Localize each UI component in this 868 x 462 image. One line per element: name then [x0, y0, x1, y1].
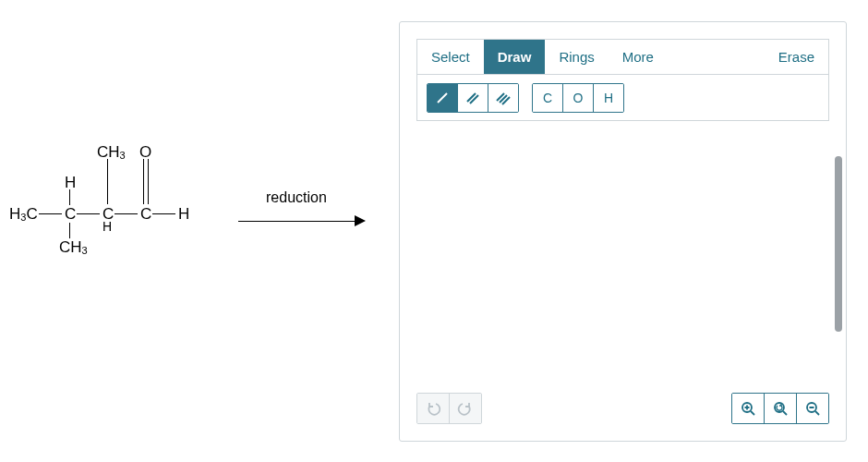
atom-tool-C[interactable]: C: [533, 84, 562, 112]
spacer: [668, 40, 765, 74]
atom-tool-H[interactable]: H: [593, 84, 623, 112]
editor-bottom-bar: [416, 393, 829, 424]
atom-c3-right-H: H: [178, 205, 189, 224]
atom-c3: C: [140, 205, 151, 224]
toolbar-tools-row: C O H: [417, 75, 828, 120]
svg-line-11: [783, 411, 787, 415]
zoom-in-icon: [740, 400, 756, 417]
atom-tool-group: C O H: [532, 83, 624, 113]
tab-rings[interactable]: Rings: [545, 40, 608, 74]
tab-draw[interactable]: Draw: [484, 40, 546, 74]
triple-bond-tool[interactable]: [488, 84, 518, 112]
bond: [77, 213, 100, 214]
vertical-scrollbar[interactable]: [835, 156, 842, 332]
redo-icon: [457, 400, 474, 417]
bond: [39, 213, 62, 214]
bond: [107, 159, 108, 204]
atom-label: CH3: [59, 238, 88, 256]
structure-editor: Select Draw Rings More Erase: [399, 21, 847, 442]
double-bond: [143, 159, 144, 204]
bond: [115, 213, 138, 214]
atom-c2-top-CH3: CH3: [97, 143, 126, 162]
atom-label: H3C: [9, 205, 38, 223]
tab-erase[interactable]: Erase: [765, 40, 828, 74]
history-group: [416, 393, 482, 424]
reaction-arrow: reduction: [238, 208, 372, 236]
zoom-out-button[interactable]: [796, 394, 828, 423]
svg-line-7: [751, 411, 754, 415]
atom-c3-top-O: O: [139, 143, 151, 162]
atom-label: CH3: [97, 143, 126, 161]
toolbar-mode-row: Select Draw Rings More Erase: [417, 40, 828, 75]
zoom-out-icon: [804, 400, 821, 417]
single-bond-tool[interactable]: [428, 84, 457, 112]
single-bond-icon: [434, 90, 451, 106]
double-bond: [148, 159, 149, 204]
reaction-label: reduction: [266, 189, 327, 206]
zoom-in-button[interactable]: [732, 394, 764, 423]
chemistry-reaction-canvas: H3C C H CH3 C CH3 H C O H reduction: [0, 0, 868, 462]
atom-c2-bot-H: H: [102, 219, 112, 234]
triple-bond-icon: [495, 90, 512, 106]
redo-button[interactable]: [449, 394, 481, 423]
svg-line-13: [815, 411, 819, 415]
atom-c1-bot-CH3: CH3: [59, 238, 88, 257]
atom-h3c-left: H3C: [9, 205, 38, 224]
tab-select[interactable]: Select: [417, 40, 484, 74]
zoom-reset-icon: [772, 400, 789, 417]
undo-button[interactable]: [417, 394, 449, 423]
arrow-line: [238, 221, 356, 222]
editor-toolbar: Select Draw Rings More Erase: [416, 39, 829, 121]
arrow-head-icon: [355, 215, 366, 226]
atom-tool-O[interactable]: O: [562, 84, 593, 112]
bond: [152, 213, 175, 214]
svg-line-0: [438, 93, 447, 103]
atom-c1: C: [65, 205, 76, 224]
reactant-structure: H3C C H CH3 C CH3 H C O H: [9, 143, 222, 310]
zoom-group: [731, 393, 829, 424]
double-bond-tool[interactable]: [457, 84, 488, 112]
double-bond-icon: [464, 90, 481, 106]
bond: [69, 223, 70, 238]
atom-c1-top-H: H: [65, 174, 76, 192]
tab-more[interactable]: More: [609, 40, 668, 74]
undo-icon: [425, 400, 441, 417]
zoom-reset-button[interactable]: [764, 394, 796, 423]
bond-tool-group: [427, 83, 519, 113]
